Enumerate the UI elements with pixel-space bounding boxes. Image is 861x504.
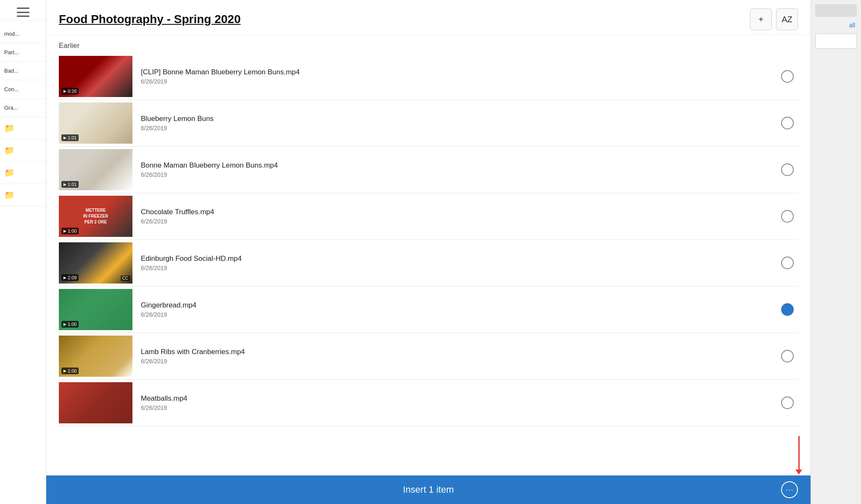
scroll-arrowhead: [795, 470, 802, 475]
avatar: [815, 4, 857, 17]
thumbnail-5: ▶ 1:00: [59, 289, 132, 330]
scroll-line: [798, 436, 800, 470]
section-label: Earlier: [46, 35, 811, 53]
thumbnail-0: ▶ 0:26: [59, 56, 132, 97]
folder-icon-6: 📁: [4, 145, 15, 155]
duration-badge-5: ▶ 1:00: [61, 321, 79, 328]
radio-btn-6[interactable]: [781, 350, 794, 362]
file-info-1: Blueberry Lemon Buns6/26/2019: [132, 110, 781, 136]
sidebar-item-7[interactable]: 📁: [0, 162, 46, 184]
file-item-1[interactable]: ▶ 1:01Blueberry Lemon Buns6/26/2019: [59, 100, 798, 147]
file-item-5[interactable]: ▶ 1:00Gingerbread.mp46/26/2019: [59, 286, 798, 333]
sidebar-item-8[interactable]: 📁: [0, 184, 46, 206]
file-date-4: 6/26/2019: [141, 265, 773, 271]
cc-badge-4: CC: [121, 276, 130, 281]
radio-btn-1[interactable]: [781, 117, 794, 129]
sidebar-item-label-3: Con...: [4, 86, 19, 92]
file-name-4: Edinburgh Food Social-HD.mp4: [141, 255, 773, 263]
sidebar-item-label-1: Part...: [4, 49, 19, 55]
folder-icon-7: 📁: [4, 168, 15, 178]
file-info-6: Lamb Ribs with Cranberries.mp46/26/2019: [132, 343, 781, 370]
radio-btn-5[interactable]: [781, 303, 794, 316]
thumbnail-3: METTERE IN FREEZER per 2 ore▶ 1:00: [59, 196, 132, 237]
file-name-3: Chocolate Truffles.mp4: [141, 208, 773, 216]
file-item-0[interactable]: ▶ 0:26[CLIP] Bonne Maman Blueberry Lemon…: [59, 53, 798, 100]
folder-icon-8: 📁: [4, 190, 15, 200]
header-buttons: + AZ: [750, 8, 798, 30]
file-item-3[interactable]: METTERE IN FREEZER per 2 ore▶ 1:00Chocol…: [59, 193, 798, 240]
main-panel: Food Photography - Spring 2020 + AZ Earl…: [46, 0, 811, 504]
duration-badge-6: ▶ 1:00: [61, 368, 79, 374]
thumbnail-6: ▶ 1:00: [59, 336, 132, 377]
duration-badge-1: ▶ 1:01: [61, 134, 79, 141]
right-panel: all: [811, 0, 861, 504]
file-name-0: [CLIP] Bonne Maman Blueberry Lemon Buns.…: [141, 68, 773, 76]
thumbnail-7: [59, 382, 132, 423]
sidebar-item-0[interactable]: mod...: [0, 25, 46, 43]
search-box-right[interactable]: [815, 34, 857, 49]
file-item-7[interactable]: Meatballs.mp46/26/2019: [59, 380, 798, 426]
sidebar-item-1[interactable]: Part...: [0, 43, 46, 62]
file-info-3: Chocolate Truffles.mp46/26/2019: [132, 203, 781, 230]
duration-badge-4: ▶ 2:09: [61, 274, 79, 281]
thumbnail-1: ▶ 1:01: [59, 102, 132, 144]
file-date-0: 6/26/2019: [141, 78, 773, 85]
file-date-2: 6/26/2019: [141, 171, 773, 178]
file-date-1: 6/26/2019: [141, 125, 773, 131]
file-name-5: Gingerbread.mp4: [141, 301, 773, 310]
thumbnail-4: ▶ 2:09CC: [59, 242, 132, 284]
sidebar-top[interactable]: [0, 4, 46, 21]
file-date-3: 6/26/2019: [141, 218, 773, 225]
sidebar-item-label-0: mod...: [4, 31, 19, 37]
hamburger-icon[interactable]: [17, 8, 29, 17]
header: Food Photography - Spring 2020 + AZ: [46, 0, 811, 35]
file-info-5: Gingerbread.mp46/26/2019: [132, 296, 781, 323]
radio-btn-3[interactable]: [781, 210, 794, 223]
thumbnail-2: ▶ 1:01: [59, 149, 132, 190]
add-button[interactable]: +: [750, 8, 772, 30]
sidebar-item-3[interactable]: Con...: [0, 80, 46, 99]
all-link[interactable]: all: [815, 20, 857, 30]
file-date-5: 6/26/2019: [141, 311, 773, 318]
file-name-1: Blueberry Lemon Buns: [141, 115, 773, 123]
radio-btn-2[interactable]: [781, 163, 794, 176]
file-name-6: Lamb Ribs with Cranberries.mp4: [141, 348, 773, 356]
file-item-4[interactable]: ▶ 2:09CCEdinburgh Food Social-HD.mp46/26…: [59, 240, 798, 286]
file-info-0: [CLIP] Bonne Maman Blueberry Lemon Buns.…: [132, 63, 781, 90]
radio-btn-7[interactable]: [781, 396, 794, 409]
file-name-2: Bonne Maman Blueberry Lemon Buns.mp4: [141, 161, 773, 170]
sidebar-item-label-2: Bad...: [4, 68, 18, 74]
file-list: ▶ 0:26[CLIP] Bonne Maman Blueberry Lemon…: [46, 53, 811, 475]
sort-button[interactable]: AZ: [776, 8, 798, 30]
radio-btn-0[interactable]: [781, 70, 794, 83]
file-info-7: Meatballs.mp46/26/2019: [132, 389, 781, 416]
insert-label: Insert 1 item: [76, 484, 781, 495]
file-item-6[interactable]: ▶ 1:00Lamb Ribs with Cranberries.mp46/26…: [59, 333, 798, 380]
sidebar-item-5[interactable]: 📁: [0, 117, 46, 139]
duration-badge-2: ▶ 1:01: [61, 181, 79, 188]
sidebar-item-6[interactable]: 📁: [0, 139, 46, 162]
page-title: Food Photography - Spring 2020: [59, 13, 240, 26]
folder-icon-5: 📁: [4, 123, 15, 133]
file-info-2: Bonne Maman Blueberry Lemon Buns.mp46/26…: [132, 156, 781, 183]
duration-badge-3: ▶ 1:00: [61, 228, 79, 234]
sidebar-item-4[interactable]: Gra...: [0, 99, 46, 117]
duration-badge-0: ▶ 0:26: [61, 88, 79, 94]
bottom-bar: Insert 1 item ⋯: [46, 475, 811, 504]
sidebar: mod... Part... Bad... Con... Gra... 📁 📁 …: [0, 0, 46, 504]
file-date-6: 6/26/2019: [141, 358, 773, 365]
file-info-4: Edinburgh Food Social-HD.mp46/26/2019: [132, 249, 781, 276]
sidebar-item-2[interactable]: Bad...: [0, 62, 46, 80]
more-button[interactable]: ⋯: [781, 481, 798, 498]
scroll-arrow: [795, 436, 802, 475]
radio-btn-4[interactable]: [781, 257, 794, 269]
file-item-2[interactable]: ▶ 1:01Bonne Maman Blueberry Lemon Buns.m…: [59, 147, 798, 193]
sidebar-item-label-4: Gra...: [4, 105, 18, 111]
file-name-7: Meatballs.mp4: [141, 394, 773, 403]
file-date-7: 6/26/2019: [141, 404, 773, 411]
